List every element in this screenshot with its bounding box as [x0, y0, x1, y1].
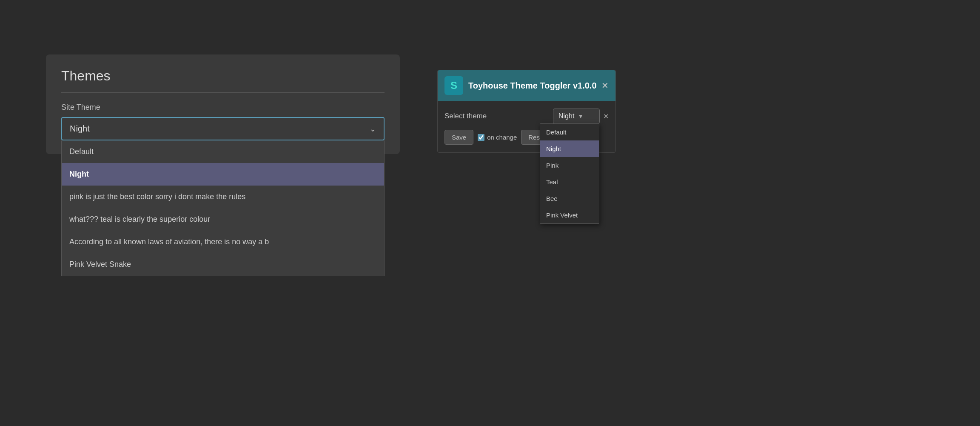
extension-select-row: Select theme Night ▼ Default Night Pink …: [444, 109, 609, 124]
extension-title: Toyhouse Theme Toggler v1.0.0: [468, 81, 597, 91]
ext-selected-theme: Night: [558, 112, 574, 120]
extension-logo: S: [444, 76, 463, 95]
ext-on-change-checkbox[interactable]: [478, 134, 484, 141]
ext-dropdown-pink[interactable]: Pink: [540, 157, 599, 174]
extension-header-left: S Toyhouse Theme Toggler v1.0.0: [444, 76, 597, 95]
ext-theme-dropdown: Default Night Pink Teal Bee Pink Velvet: [540, 123, 599, 224]
chevron-down-icon: ▼: [578, 113, 584, 120]
extension-header: S Toyhouse Theme Toggler v1.0.0 ✕: [438, 70, 615, 101]
ext-select-wrapper: Night ▼ Default Night Pink Teal Bee Pink…: [553, 109, 609, 124]
ext-select-clear-icon[interactable]: ✕: [603, 112, 609, 120]
themes-panel: Themes Site Theme Night ⌄ Default Night …: [46, 54, 400, 154]
dropdown-item-aviation[interactable]: According to all known laws of aviation,…: [62, 231, 384, 253]
site-theme-dropdown: Default Night pink is just the best colo…: [61, 140, 385, 276]
ext-dropdown-teal[interactable]: Teal: [540, 174, 599, 190]
extension-close-button[interactable]: ✕: [601, 80, 609, 91]
extension-body: Select theme Night ▼ Default Night Pink …: [438, 101, 615, 152]
dropdown-item-default[interactable]: Default: [62, 140, 384, 163]
site-theme-select-container: Night ⌄ Default Night pink is just the b…: [61, 117, 385, 140]
ext-theme-select[interactable]: Night ▼ Default Night Pink Teal Bee Pink…: [553, 109, 600, 124]
dropdown-item-night[interactable]: Night: [62, 163, 384, 186]
chevron-down-icon: ⌄: [370, 124, 376, 134]
extension-popup: S Toyhouse Theme Toggler v1.0.0 ✕ Select…: [437, 70, 616, 153]
ext-on-change-label: on change: [487, 134, 517, 141]
select-theme-label: Select theme: [444, 112, 487, 120]
ext-dropdown-bee[interactable]: Bee: [540, 190, 599, 207]
themes-title: Themes: [61, 68, 385, 93]
site-theme-select[interactable]: Night ⌄: [61, 117, 385, 140]
site-theme-selected-value: Night: [70, 124, 90, 134]
site-theme-label: Site Theme: [61, 103, 385, 112]
ext-dropdown-night[interactable]: Night: [540, 140, 599, 157]
dropdown-item-pink-velvet-snake[interactable]: Pink Velvet Snake: [62, 253, 384, 276]
ext-dropdown-pink-velvet[interactable]: Pink Velvet: [540, 207, 599, 223]
dropdown-item-teal[interactable]: what??? teal is clearly the superior col…: [62, 208, 384, 231]
dropdown-item-pink[interactable]: pink is just the best color sorry i dont…: [62, 186, 384, 208]
logo-letter: S: [450, 80, 457, 91]
ext-dropdown-default[interactable]: Default: [540, 124, 599, 140]
ext-on-change-area: on change: [478, 134, 517, 141]
ext-save-button[interactable]: Save: [444, 130, 473, 145]
